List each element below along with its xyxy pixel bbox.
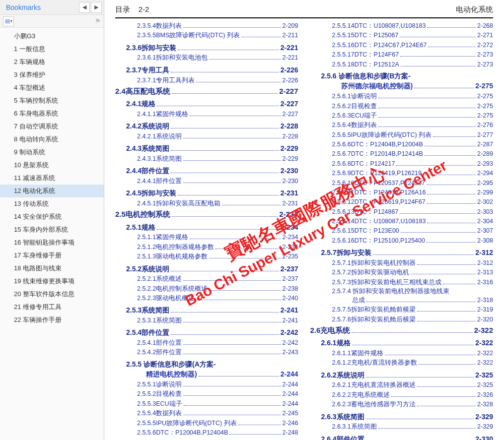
bookmark-item[interactable]: 13 传动系统 [0,197,104,210]
toc-entry[interactable]: 2.5.6.14 DTC：U108087,U1081832-304 [310,217,494,226]
toc-entry[interactable]: 2.5.2.2 电机控制系统概述2-238 [115,284,298,294]
toc-entry[interactable]: 2.5.6.8 DTC：P1242172-293 [310,159,494,169]
toc-entry[interactable]: 2.6.3.1 系统简图2-329 [310,422,494,432]
toc-entry[interactable]: 2.5.6.15 DTC：P123E002-307 [310,226,494,236]
bookmark-item[interactable]: 14 安全保护系统 [0,210,104,223]
toc-entry[interactable]: 2.5.7 拆卸与安装2-312 [310,248,494,258]
toc-entry[interactable]: 2.5.7.6 拆卸和安装机舱后横梁2-320 [310,315,494,324]
toc-entry[interactable]: 2.5.1.1 紧固件规格2-234 [115,233,298,242]
toc-entry[interactable]: 2.5.2 系统说明2-237 [115,264,298,275]
toc-entry[interactable]: 2.3.6 拆卸与安装2-221 [115,43,298,54]
toc-entry[interactable]: 2.3.5.4 数据列表2-209 [115,21,298,31]
toc-entry[interactable]: 2.5.6.6 DTC：P12404B,P12004B2-287 [310,140,494,149]
toc-entry[interactable]: 2.5.5.5 IPU故障诊断代码(DTC) 列表2-246 [115,419,298,428]
toc-entry[interactable]: 2.5.6.11 DTC：P124616,P126A162-299 [310,188,494,197]
bookmark-item[interactable]: 20 整车软件版本信息 [0,288,104,301]
bookmark-item[interactable]: 21 维修专用工具 [0,301,104,314]
toc-entry[interactable]: 2.5.6.10 DTC：P120537,P1245372-295 [310,179,494,188]
toc-entry[interactable]: 2.4.3 系统简图2-229 [115,143,298,154]
toc-entry[interactable]: 2.6.1.1 紧固件规格2-322 [310,349,494,358]
toc-entry[interactable]: 2.5.7.1 拆卸和安装电机控制器2-312 [310,258,494,268]
bookmark-item[interactable]: 2 车辆规格 [0,56,104,68]
toc-entry[interactable]: 2.6 充电系统2-322 [310,324,494,336]
bookmark-item[interactable]: 4 车型概述 [0,81,104,94]
toc-entry[interactable]: 2.5.6.7 DTC：P12014B,P12414B2-289 [310,149,494,159]
toc-entry[interactable]: 2.5.6 诊断信息和步骤(B方案-苏州德尔福电机控制器)2-275 [310,71,494,92]
toc-entry[interactable]: 2.5.1 规格2-234 [115,222,298,233]
toc-entry[interactable]: 2.6.3 系统简图2-329 [310,412,494,423]
toc-entry[interactable]: 2.5.6.1 诊断说明2-275 [310,92,494,101]
bookmark-item[interactable]: 5 车辆控制系统 [0,94,104,107]
bookmark-flag-icon[interactable]: ⚑ [95,17,101,25]
toc-entry[interactable]: 2.3.5.5 BMS故障诊断代码(DTC) 列表2-211 [115,31,298,40]
toc-entry[interactable]: 2.3.6.1 拆卸和安装电池包2-221 [115,53,298,63]
toc-entry[interactable]: 2.6.1.2 充电机/直流转换器参数2-322 [310,358,494,368]
bookmark-item[interactable]: 小鹏G3 [0,30,104,43]
toc-entry[interactable]: 2.4.5 拆卸与安装2-231 [115,188,298,199]
bookmark-item[interactable]: 19 线束维修更换事项 [0,275,104,288]
toc-entry[interactable]: 2.5.6.2 目视检查2-275 [310,102,494,111]
toc-entry[interactable]: 2.5.7.3 拆卸和安装前电机三相线束总成2-316 [310,278,494,287]
toc-entry[interactable]: 2.6.2 系统说明2-325 [310,370,494,381]
bookmark-item[interactable]: 22 车辆操作手册 [0,314,104,326]
toc-entry[interactable]: 2.4.5.1 拆卸和安装高压配电箱2-231 [115,199,298,208]
toc-entry[interactable]: 2.5.6.12 DTC：P126619,P124F672-302 [310,197,494,207]
toc-entry[interactable]: 2.5.5.1 诊断说明2-244 [115,380,298,389]
toc-entry[interactable]: 2.4.4.1 部件位置2-230 [115,177,298,186]
toc-entry[interactable]: 2.5.5.6 DTC：P12004B,P12404B2-248 [115,428,298,438]
toc-entry[interactable]: 2.5.3.1 系统简图2-241 [115,316,298,325]
toc-entry[interactable]: 2.5.1.3 驱动电机规格参数2-235 [115,252,298,261]
toc-entry[interactable]: 2.5.5.18 DTC：P12512A2-273 [310,60,494,69]
toc-entry[interactable]: 2.5.4.2 部件位置2-243 [115,348,298,357]
bookmark-item[interactable]: 6 车身电器系统 [0,107,104,120]
toc-entry[interactable]: 2.6.2.3 蓄电池传感器学习方法2-328 [310,400,494,409]
toc-entry[interactable]: 2.5.5.17 DTC：P124F672-273 [310,50,494,60]
toc-entry[interactable]: 2.5.6.13 DTC：P1248672-303 [310,207,494,217]
toc-entry[interactable]: 2.4.1.1 紧固件规格2-227 [115,110,298,119]
toc-entry[interactable]: 2.5.5.3 ECU端子2-244 [115,399,298,409]
toc-entry[interactable]: 2.5.3 系统简图2-241 [115,305,298,316]
prev-button[interactable]: ◀ [79,2,90,13]
toc-entry[interactable]: 2.4 高压配电系统2-227 [115,85,298,97]
bookmark-item[interactable]: 7 自动空调系统 [0,120,104,133]
toc-entry[interactable]: 2.5.4.1 部件位置2-242 [115,338,298,348]
options-dropdown[interactable]: ▤▾ [3,16,14,26]
bookmark-item[interactable]: 3 保养维护 [0,68,104,81]
toc-entry[interactable]: 2.5.5.15 DTC：P1250672-271 [310,31,494,40]
bookmark-item[interactable]: 17 车身维修手册 [0,249,104,262]
toc-entry[interactable]: 2.6.2.1 充电机直流转换器概述2-325 [310,380,494,390]
toc-entry[interactable]: 2.6.2.2 充电系统概述2-326 [310,390,494,400]
toc-entry[interactable]: 2.5.6.5 IPU故障诊断代码(DTC) 列表2-277 [310,130,494,140]
toc-entry[interactable]: 2.5.5.4 数据列表2-245 [115,409,298,418]
toc-entry[interactable]: 2.5.5.2 目视检查2-244 [115,389,298,399]
toc-entry[interactable]: 2.5.2.3 驱动电机概述2-240 [115,294,298,303]
toc-entry[interactable]: 2.4.1 规格2-227 [115,99,298,110]
toc-entry[interactable]: 2.5.7.4 拆卸和安装前电机控制器接地线束总成2-318 [310,287,494,305]
toc-entry[interactable]: 2.5.5.16 DTC：P124C67,P124E672-272 [310,41,494,50]
toc-entry[interactable]: 2.6.4 部件位置2-330 [310,434,494,440]
bookmark-item[interactable]: 10 悬架系统 [0,159,104,172]
bookmark-item[interactable]: 18 电路图与线束 [0,262,104,275]
toc-entry[interactable]: 2.6.1 规格2-322 [310,338,494,349]
toc-entry[interactable]: 2.4.3.1 系统简图2-229 [115,154,298,164]
toc-entry[interactable]: 2.4.2 系统说明2-228 [115,121,298,132]
toc-entry[interactable]: 2.5.6.9 DTC：P126419,P1262192-294 [310,169,494,178]
toc-entry[interactable]: 2.4.2.1 系统说明2-228 [115,132,298,141]
toc-entry[interactable]: 2.3.7 专用工具2-226 [115,65,298,76]
toc-entry[interactable]: 2.5.4 部件位置2-242 [115,327,298,338]
next-button[interactable]: ▶ [91,2,102,13]
bookmark-item[interactable]: 9 制动系统 [0,146,104,159]
toc-entry[interactable]: 2.5.6.16 DTC：P125100,P1254002-308 [310,236,494,246]
bookmark-item[interactable]: 12 电动化系统 [0,185,104,197]
toc-entry[interactable]: 2.5.7.2 拆卸和安装驱动电机2-313 [310,268,494,277]
bookmark-item[interactable]: 1 一般信息 [0,43,104,56]
toc-entry[interactable]: 2.5.5 诊断信息和步骤(A方案-精进电机控制器)2-244 [115,360,298,380]
bookmark-item[interactable]: 15 车身内外部系统 [0,223,104,236]
toc-entry[interactable]: 2.5.6.4 数据列表2-276 [310,121,494,130]
bookmark-item[interactable]: 16 智能钥匙操作事项 [0,236,104,249]
toc-entry[interactable]: 2.5.1.2 电机控制器规格参数2-234 [115,243,298,252]
bookmark-item[interactable]: 11 减速器系统 [0,172,104,185]
toc-entry[interactable]: 2.5.2.1 系统概述2-237 [115,274,298,284]
toc-entry[interactable]: 2.5.7.5 拆卸和安装机舱前横梁2-319 [310,305,494,314]
toc-entry[interactable]: 2.5.6.3 ECU端子2-275 [310,111,494,121]
